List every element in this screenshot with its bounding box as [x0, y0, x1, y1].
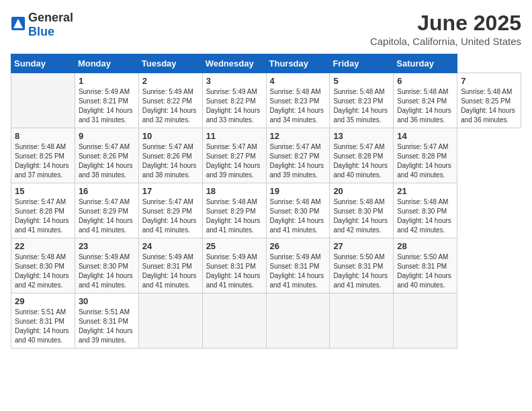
calendar-cell: 16Sunrise: 5:47 AMSunset: 8:29 PMDayligh… [75, 183, 138, 238]
calendar-week-row: 29Sunrise: 5:51 AMSunset: 8:31 PMDayligh… [11, 293, 521, 349]
day-number: 24 [142, 241, 199, 251]
day-number: 4 [270, 76, 326, 86]
month-title: June 2025 [370, 11, 521, 36]
cell-info: Sunrise: 5:48 AMSunset: 8:23 PMDaylight:… [333, 87, 390, 125]
cell-info: Sunrise: 5:49 AMSunset: 8:22 PMDaylight:… [206, 87, 263, 125]
cell-info: Sunrise: 5:51 AMSunset: 8:31 PMDaylight:… [79, 308, 135, 345]
weekday-header: Thursday [266, 54, 330, 73]
cell-info: Sunrise: 5:47 AMSunset: 8:29 PMDaylight:… [142, 197, 199, 235]
title-area: June 2025 Capitola, California, United S… [370, 11, 521, 47]
calendar-cell: 8Sunrise: 5:48 AMSunset: 8:25 PMDaylight… [11, 128, 75, 183]
calendar-cell: 7Sunrise: 5:48 AMSunset: 8:25 PMDaylight… [457, 73, 521, 128]
cell-info: Sunrise: 5:48 AMSunset: 8:24 PMDaylight:… [397, 87, 453, 125]
weekday-header: Wednesday [202, 54, 266, 73]
day-number: 12 [270, 131, 326, 141]
calendar-week-row: 15Sunrise: 5:47 AMSunset: 8:28 PMDayligh… [11, 183, 521, 238]
calendar-cell: 11Sunrise: 5:47 AMSunset: 8:27 PMDayligh… [202, 128, 266, 183]
weekday-header: Monday [75, 54, 138, 73]
cell-info: Sunrise: 5:48 AMSunset: 8:30 PMDaylight:… [397, 197, 453, 235]
day-number: 21 [397, 186, 453, 196]
cell-info: Sunrise: 5:50 AMSunset: 8:31 PMDaylight:… [397, 253, 453, 290]
calendar-cell: 4Sunrise: 5:48 AMSunset: 8:23 PMDaylight… [266, 73, 330, 128]
calendar-cell: 2Sunrise: 5:49 AMSunset: 8:22 PMDaylight… [138, 73, 202, 128]
day-number: 22 [15, 241, 71, 251]
cell-info: Sunrise: 5:49 AMSunset: 8:31 PMDaylight:… [142, 253, 199, 290]
day-number: 26 [270, 241, 326, 251]
day-number: 1 [79, 76, 135, 86]
cell-info: Sunrise: 5:47 AMSunset: 8:26 PMDaylight:… [79, 142, 135, 180]
calendar-cell: 12Sunrise: 5:47 AMSunset: 8:27 PMDayligh… [266, 128, 330, 183]
calendar-cell [11, 73, 75, 128]
calendar-cell: 6Sunrise: 5:48 AMSunset: 8:24 PMDaylight… [394, 73, 457, 128]
calendar-cell [330, 293, 394, 349]
day-number: 20 [333, 186, 390, 196]
calendar-cell: 15Sunrise: 5:47 AMSunset: 8:28 PMDayligh… [11, 183, 75, 238]
day-number: 2 [142, 76, 199, 86]
logo-general: General [28, 11, 73, 24]
day-number: 9 [79, 131, 135, 141]
logo-icon [11, 16, 26, 34]
cell-info: Sunrise: 5:48 AMSunset: 8:23 PMDaylight:… [270, 87, 326, 125]
day-number: 3 [206, 76, 263, 86]
calendar-cell: 29Sunrise: 5:51 AMSunset: 8:31 PMDayligh… [11, 293, 75, 349]
day-number: 15 [15, 186, 71, 196]
day-number: 14 [397, 131, 453, 141]
calendar-cell: 19Sunrise: 5:48 AMSunset: 8:30 PMDayligh… [266, 183, 330, 238]
calendar-cell: 26Sunrise: 5:49 AMSunset: 8:31 PMDayligh… [266, 238, 330, 293]
calendar-cell: 20Sunrise: 5:48 AMSunset: 8:30 PMDayligh… [330, 183, 394, 238]
cell-info: Sunrise: 5:47 AMSunset: 8:28 PMDaylight:… [15, 197, 71, 235]
day-number: 18 [206, 186, 263, 196]
calendar-cell: 27Sunrise: 5:50 AMSunset: 8:31 PMDayligh… [330, 238, 394, 293]
location-title: Capitola, California, United States [370, 36, 521, 47]
cell-info: Sunrise: 5:48 AMSunset: 8:29 PMDaylight:… [206, 197, 263, 235]
cell-info: Sunrise: 5:48 AMSunset: 8:30 PMDaylight:… [270, 197, 326, 235]
cell-info: Sunrise: 5:50 AMSunset: 8:31 PMDaylight:… [333, 253, 390, 290]
cell-info: Sunrise: 5:49 AMSunset: 8:21 PMDaylight:… [79, 87, 135, 125]
calendar-cell: 10Sunrise: 5:47 AMSunset: 8:26 PMDayligh… [138, 128, 202, 183]
weekday-header: Saturday [394, 54, 457, 73]
cell-info: Sunrise: 5:48 AMSunset: 8:25 PMDaylight:… [461, 87, 517, 125]
calendar-cell: 25Sunrise: 5:49 AMSunset: 8:31 PMDayligh… [202, 238, 266, 293]
calendar-week-row: 22Sunrise: 5:48 AMSunset: 8:30 PMDayligh… [11, 238, 521, 293]
calendar-table: SundayMondayTuesdayWednesdayThursdayFrid… [11, 54, 521, 349]
page-header: General Blue June 2025 Capitola, Califor… [11, 11, 521, 47]
header-row: SundayMondayTuesdayWednesdayThursdayFrid… [11, 54, 521, 73]
calendar-cell: 30Sunrise: 5:51 AMSunset: 8:31 PMDayligh… [75, 293, 138, 349]
calendar-cell [266, 293, 330, 349]
calendar-cell: 9Sunrise: 5:47 AMSunset: 8:26 PMDaylight… [75, 128, 138, 183]
calendar-cell: 5Sunrise: 5:48 AMSunset: 8:23 PMDaylight… [330, 73, 394, 128]
cell-info: Sunrise: 5:47 AMSunset: 8:27 PMDaylight:… [270, 142, 326, 180]
day-number: 28 [397, 241, 453, 251]
calendar-cell [394, 293, 457, 349]
day-number: 6 [397, 76, 453, 86]
calendar-week-row: 8Sunrise: 5:48 AMSunset: 8:25 PMDaylight… [11, 128, 521, 183]
calendar-cell: 21Sunrise: 5:48 AMSunset: 8:30 PMDayligh… [394, 183, 457, 238]
calendar-cell: 1Sunrise: 5:49 AMSunset: 8:21 PMDaylight… [75, 73, 138, 128]
logo-text: General Blue [28, 11, 73, 39]
calendar-cell: 3Sunrise: 5:49 AMSunset: 8:22 PMDaylight… [202, 73, 266, 128]
cell-info: Sunrise: 5:49 AMSunset: 8:31 PMDaylight:… [206, 253, 263, 290]
calendar-cell: 13Sunrise: 5:47 AMSunset: 8:28 PMDayligh… [330, 128, 394, 183]
day-number: 13 [333, 131, 390, 141]
cell-info: Sunrise: 5:49 AMSunset: 8:31 PMDaylight:… [270, 253, 326, 290]
calendar-cell: 22Sunrise: 5:48 AMSunset: 8:30 PMDayligh… [11, 238, 75, 293]
calendar-cell: 17Sunrise: 5:47 AMSunset: 8:29 PMDayligh… [138, 183, 202, 238]
day-number: 11 [206, 131, 263, 141]
day-number: 29 [15, 296, 71, 306]
weekday-header: Tuesday [138, 54, 202, 73]
calendar-cell: 14Sunrise: 5:47 AMSunset: 8:28 PMDayligh… [394, 128, 457, 183]
cell-info: Sunrise: 5:47 AMSunset: 8:26 PMDaylight:… [142, 142, 199, 180]
day-number: 16 [79, 186, 135, 196]
day-number: 25 [206, 241, 263, 251]
cell-info: Sunrise: 5:51 AMSunset: 8:31 PMDaylight:… [15, 308, 71, 345]
cell-info: Sunrise: 5:47 AMSunset: 8:27 PMDaylight:… [206, 142, 263, 180]
calendar-cell: 28Sunrise: 5:50 AMSunset: 8:31 PMDayligh… [394, 238, 457, 293]
cell-info: Sunrise: 5:48 AMSunset: 8:25 PMDaylight:… [15, 142, 71, 180]
day-number: 19 [270, 186, 326, 196]
calendar-cell [202, 293, 266, 349]
logo: General Blue [11, 11, 73, 39]
calendar-cell: 23Sunrise: 5:49 AMSunset: 8:30 PMDayligh… [75, 238, 138, 293]
calendar-cell: 18Sunrise: 5:48 AMSunset: 8:29 PMDayligh… [202, 183, 266, 238]
day-number: 23 [79, 241, 135, 251]
cell-info: Sunrise: 5:48 AMSunset: 8:30 PMDaylight:… [333, 197, 390, 235]
